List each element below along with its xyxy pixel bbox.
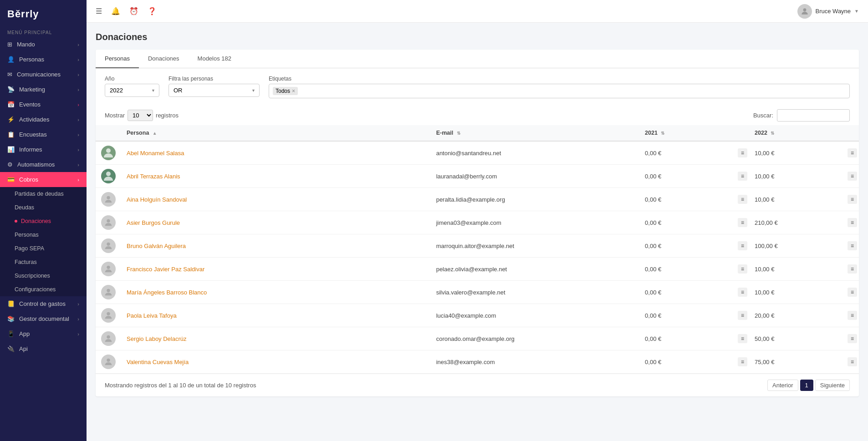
detail-button-2022[interactable]: ≡ xyxy=(848,172,857,181)
etiquetas-input[interactable]: Todos × xyxy=(269,84,850,98)
cell-2021: 0,00 € xyxy=(639,211,736,234)
sidebar-subitem-label: Configuraciones xyxy=(15,286,56,293)
person-name-link[interactable]: María Ángeles Barroso Blanco xyxy=(127,289,207,296)
sidebar-item-encuestas[interactable]: 📋 Encuestas › xyxy=(0,127,87,142)
cell-detail-2022: ≡ xyxy=(846,211,859,234)
cell-detail-2021: ≡ xyxy=(736,304,749,327)
search-input[interactable] xyxy=(777,109,850,122)
detail-button-2022[interactable]: ≡ xyxy=(848,148,857,157)
table-row: Asier Burgos Gurulejimena03@example.com0… xyxy=(96,211,859,234)
table-row: Valentina Cuevas Mejíaines38@example.com… xyxy=(96,350,859,374)
sidebar-subitem-configuraciones[interactable]: Configuraciones xyxy=(0,283,87,296)
tab-personas[interactable]: Personas xyxy=(96,50,139,68)
question-icon[interactable]: ❓ xyxy=(148,7,157,15)
cell-detail-2022: ≡ xyxy=(846,350,859,374)
chevron-right-icon: › xyxy=(77,162,79,167)
detail-button-2021[interactable]: ≡ xyxy=(738,264,747,274)
sidebar-item-actividades[interactable]: ⚡ Actividades › xyxy=(0,112,87,127)
sidebar-subitem-deudas[interactable]: Deudas xyxy=(0,201,87,214)
detail-button-2021[interactable]: ≡ xyxy=(738,288,747,297)
detail-button-2022[interactable]: ≡ xyxy=(848,264,857,274)
etiqueta-tag-todos: Todos × xyxy=(273,87,298,95)
sidebar-subitem-pago-sepa[interactable]: Pago SEPA xyxy=(0,242,87,255)
sidebar-item-cobros[interactable]: 💳 Cobros › xyxy=(0,172,87,187)
detail-button-2022[interactable]: ≡ xyxy=(848,288,857,297)
tab-modelos182[interactable]: Modelos 182 xyxy=(189,50,240,68)
cell-detail-2021: ≡ xyxy=(736,165,749,188)
person-avatar xyxy=(101,238,116,253)
cell-2022: 100,00 € xyxy=(749,234,846,258)
page-1-button[interactable]: 1 xyxy=(800,380,813,391)
menu-icon[interactable]: ☰ xyxy=(96,7,102,15)
cell-detail-2022: ≡ xyxy=(846,165,859,188)
cell-detail-2021: ≡ xyxy=(736,234,749,258)
person-name-link[interactable]: Paola Leiva Tafoya xyxy=(127,312,177,319)
sidebar-item-label: Encuestas xyxy=(19,131,47,138)
detail-button-2021[interactable]: ≡ xyxy=(738,334,747,343)
sidebar-item-eventos[interactable]: 📅 Eventos › xyxy=(0,97,87,112)
detail-button-2022[interactable]: ≡ xyxy=(848,311,857,320)
next-button[interactable]: Siguiente xyxy=(815,380,850,391)
sidebar-item-comunicaciones[interactable]: ✉ Comunicaciones › xyxy=(0,67,87,82)
cell-persona: Francisco Javier Paz Saldivar xyxy=(121,258,431,281)
sidebar: Běrrly MENÚ PRINCIPAL ⊞ Mando › 👤 Person… xyxy=(0,0,87,441)
sidebar-subitem-partidas[interactable]: Partidas de deudas xyxy=(0,187,87,201)
person-name-link[interactable]: Abril Terrazas Alanis xyxy=(127,173,180,180)
tag-remove-button[interactable]: × xyxy=(292,88,295,94)
personas-filter-label: Filtra las personas xyxy=(168,76,260,82)
sidebar-item-gestor-documental[interactable]: 📚 Gestor documental › xyxy=(0,311,87,326)
col-header-2021[interactable]: 2021 ⇅ xyxy=(639,125,736,141)
sidebar-item-automatismos[interactable]: ⚙ Automatismos › xyxy=(0,157,87,172)
person-name-link[interactable]: Valentina Cuevas Mejía xyxy=(127,359,189,365)
detail-button-2021[interactable]: ≡ xyxy=(738,148,747,157)
detail-button-2021[interactable]: ≡ xyxy=(738,241,747,250)
sidebar-item-informes[interactable]: 📊 Informes › xyxy=(0,142,87,157)
entries-select[interactable]: 10 25 50 100 xyxy=(128,110,153,121)
detail-button-2022[interactable]: ≡ xyxy=(848,334,857,343)
sidebar-item-control-gastos[interactable]: 📒 Control de gastos › xyxy=(0,296,87,311)
sidebar-subitem-donaciones[interactable]: Donaciones xyxy=(0,214,87,228)
year-select[interactable]: 2020 2021 2022 2023 xyxy=(105,84,159,97)
sidebar-item-api[interactable]: 🔌 Api xyxy=(0,341,87,356)
sidebar-item-app[interactable]: 📱 App › xyxy=(0,326,87,341)
sidebar-item-personas[interactable]: 👤 Personas › xyxy=(0,52,87,67)
clock-icon[interactable]: ⏰ xyxy=(129,7,138,15)
sidebar-item-mando[interactable]: ⊞ Mando › xyxy=(0,37,87,52)
col-header-2022[interactable]: 2022 ⇅ xyxy=(749,125,846,141)
detail-button-2021[interactable]: ≡ xyxy=(738,218,747,227)
col-header-persona[interactable]: Persona ▲ xyxy=(121,125,431,141)
prev-button[interactable]: Anterior xyxy=(767,380,798,391)
sidebar-subitem-suscripciones[interactable]: Suscripciones xyxy=(0,269,87,283)
detail-button-2021[interactable]: ≡ xyxy=(738,195,747,204)
pagination: Anterior 1 Siguiente xyxy=(767,380,850,391)
person-name-link[interactable]: Sergio Laboy Delacrúz xyxy=(127,335,187,342)
table-row: Abril Terrazas Alanislauranadal@berrly.c… xyxy=(96,165,859,188)
col-header-email[interactable]: E-mail ⇅ xyxy=(431,125,639,141)
detail-button-2021[interactable]: ≡ xyxy=(738,172,747,181)
sidebar-item-label: Personas xyxy=(19,56,44,63)
tag-label: Todos xyxy=(276,88,290,94)
user-dropdown-icon[interactable]: ▼ xyxy=(854,9,859,14)
person-name-link[interactable]: Francisco Javier Paz Saldivar xyxy=(127,266,204,273)
sidebar-subitem-personas-cobros[interactable]: Personas xyxy=(0,228,87,242)
svg-point-9 xyxy=(107,335,110,339)
person-name-link[interactable]: Asier Burgos Gurule xyxy=(127,219,180,226)
detail-button-2021[interactable]: ≡ xyxy=(738,311,747,320)
tab-donaciones[interactable]: Donaciones xyxy=(139,50,189,68)
sidebar-item-marketing[interactable]: 📡 Marketing › xyxy=(0,82,87,97)
sidebar-subitem-facturas[interactable]: Facturas xyxy=(0,255,87,269)
person-avatar xyxy=(101,215,116,230)
person-name-link[interactable]: Aina Holguín Sandoval xyxy=(127,196,187,203)
detail-button-2022[interactable]: ≡ xyxy=(848,357,857,366)
avatar xyxy=(797,4,812,19)
bell-icon[interactable]: 🔔 xyxy=(111,7,120,15)
personas-filter-select[interactable]: OR AND xyxy=(168,84,260,97)
sidebar-subitem-label: Pago SEPA xyxy=(15,245,44,252)
detail-button-2022[interactable]: ≡ xyxy=(848,241,857,250)
person-name-link[interactable]: Abel Monamel Salasa xyxy=(127,150,184,157)
detail-button-2022[interactable]: ≡ xyxy=(848,195,857,204)
credit-card-icon: 💳 xyxy=(7,176,15,183)
detail-button-2021[interactable]: ≡ xyxy=(738,357,747,366)
detail-button-2022[interactable]: ≡ xyxy=(848,218,857,227)
person-name-link[interactable]: Bruno Galván Aguilera xyxy=(127,243,186,249)
